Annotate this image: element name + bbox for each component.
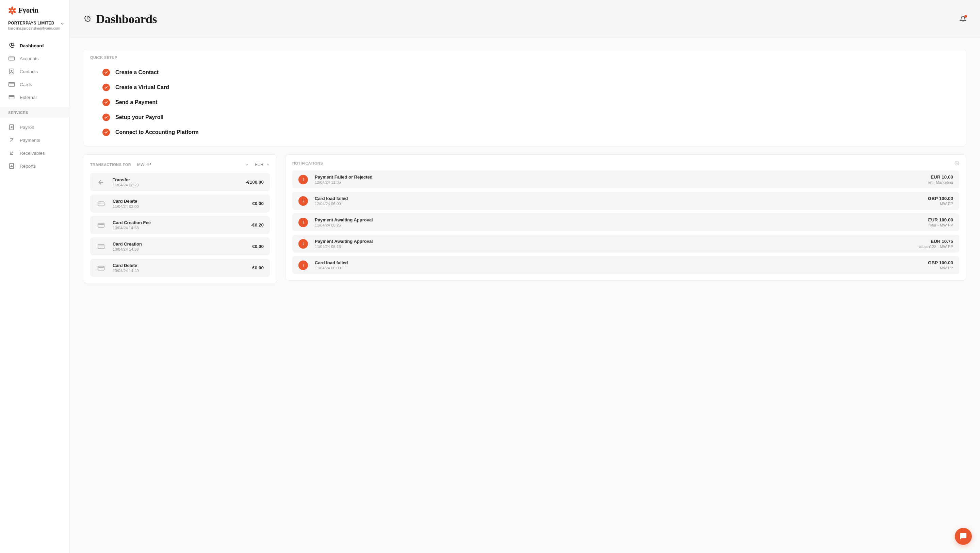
card-icon (96, 242, 106, 251)
notification-amount: EUR 10.75 (919, 239, 953, 244)
notification-timestamp: 12/04/24 11:35 (315, 180, 921, 184)
svg-rect-24 (98, 266, 104, 270)
notification-title: Payment Awaiting Approval (315, 239, 912, 244)
info-icon (298, 175, 308, 184)
sidebar-item-external[interactable]: External (0, 91, 69, 104)
notification-amount: GBP 100.00 (928, 196, 953, 201)
transactions-list: Transfer11/04/24 08:23-€100.00Card Delet… (90, 173, 270, 277)
notification-ref: refer - MW PP (928, 223, 953, 227)
notifications-list: Payment Failed or Rejected12/04/24 11:35… (292, 170, 959, 274)
notification-amount: GBP 100.00 (928, 260, 953, 265)
notification-title: Payment Failed or Rejected (315, 175, 921, 180)
sidebar-item-label: Contacts (20, 69, 38, 74)
sidebar-item-payroll[interactable]: Payroll (0, 121, 69, 133)
sidebar-item-label: External (20, 95, 37, 100)
notification-row[interactable]: Card load failed12/04/24 06:00GBP 100.00… (292, 192, 959, 210)
chevron-down-icon (245, 163, 249, 167)
sidebar-item-label: Receivables (20, 151, 45, 156)
notification-timestamp: 11/04/24 08:13 (315, 245, 912, 249)
chat-fab[interactable] (955, 528, 972, 545)
info-icon (298, 261, 308, 270)
check-circle-icon (102, 114, 110, 121)
transaction-row[interactable]: Card Delete10/04/24 14:40€0.00 (90, 259, 270, 277)
transactions-currency-select[interactable]: EUR (255, 161, 270, 168)
sidebar-item-dashboard[interactable]: Dashboard (0, 39, 69, 52)
page-title: Dashboards (96, 12, 157, 26)
quick-setup-item-label: Create a Contact (115, 69, 159, 76)
quick-setup-item[interactable]: Create a Contact (102, 65, 959, 80)
receive-icon (8, 149, 15, 156)
notification-row[interactable]: Payment Failed or Rejected12/04/24 11:35… (292, 170, 959, 188)
svg-rect-36 (303, 265, 304, 266)
notification-row[interactable]: Payment Awaiting Approval11/04/24 08:25E… (292, 213, 959, 231)
transactions-currency-value: EUR (255, 162, 263, 167)
notification-ref: attach123 - MW PP (919, 245, 953, 249)
sidebar: Fyorin PORTERPAYS LIMITED karolina.jaros… (0, 0, 69, 553)
logo-icon (8, 6, 16, 14)
transactions-account-value: MW PP (137, 162, 151, 167)
transaction-title: Card Creation Fee (113, 220, 244, 225)
notification-title: Card load failed (315, 196, 921, 201)
sidebar-item-label: Payments (20, 138, 40, 143)
nav-services: PayrollPaymentsReceivablesReports (0, 118, 69, 176)
sidebar-item-accounts[interactable]: Accounts (0, 52, 69, 65)
sidebar-item-reports[interactable]: Reports (0, 159, 69, 172)
quick-setup-item[interactable]: Send a Payment (102, 95, 959, 110)
transaction-row[interactable]: Card Delete11/04/24 02:00€0.00 (90, 194, 270, 213)
document-icon (8, 124, 15, 130)
svg-point-35 (303, 264, 304, 265)
quick-setup-item-label: Create a Virtual Card (115, 84, 169, 91)
info-icon (298, 218, 308, 227)
sidebar-item-label: Dashboard (20, 43, 44, 48)
quick-setup-item[interactable]: Create a Virtual Card (102, 80, 959, 95)
notification-title: Card load failed (315, 260, 921, 265)
check-circle-icon (102, 84, 110, 91)
transactions-label: TRANSACTIONS FOR (90, 162, 131, 167)
sidebar-item-payments[interactable]: Payments (0, 133, 69, 146)
notification-timestamp: 11/04/24 06:00 (315, 266, 921, 270)
arrow-left-icon (96, 178, 106, 187)
org-switcher[interactable]: PORTERPAYS LIMITED karolina.jarosinska@f… (0, 18, 69, 36)
notification-row[interactable]: Payment Awaiting Approval11/04/24 08:13E… (292, 235, 959, 253)
sidebar-item-receivables[interactable]: Receivables (0, 146, 69, 159)
transaction-row[interactable]: Card Creation Fee10/04/24 14:58-€0.20 (90, 216, 270, 234)
notification-dot-icon (964, 15, 967, 17)
address-book-icon (8, 68, 15, 75)
notification-timestamp: 11/04/24 08:25 (315, 223, 921, 227)
sidebar-item-label: Cards (20, 82, 32, 87)
notification-amount: EUR 100.00 (928, 217, 953, 222)
transaction-amount: €0.00 (252, 201, 264, 206)
svg-point-31 (303, 221, 304, 222)
pie-chart-icon (8, 42, 15, 49)
quick-setup-label: QUICK SETUP (90, 56, 959, 59)
quick-setup-item-label: Connect to Accounting Platform (115, 129, 199, 135)
quick-setup-item[interactable]: Connect to Accounting Platform (102, 125, 959, 140)
notification-timestamp: 12/04/24 06:00 (315, 202, 921, 206)
sidebar-item-contacts[interactable]: Contacts (0, 65, 69, 78)
logo[interactable]: Fyorin (8, 6, 61, 14)
notification-bell[interactable] (959, 16, 966, 22)
notification-row[interactable]: Card load failed11/04/24 06:00GBP 100.00… (292, 256, 959, 274)
chevron-down-icon (266, 163, 270, 167)
notifications-label: NOTIFICATIONS (292, 161, 323, 165)
notification-ref: MW PP (928, 266, 953, 270)
logo-area: Fyorin (0, 0, 69, 18)
org-name: PORTERPAYS LIMITED (8, 21, 60, 25)
transaction-row[interactable]: Card Creation10/04/24 14:58€0.00 (90, 237, 270, 256)
gear-icon[interactable] (955, 161, 959, 165)
check-circle-icon (102, 99, 110, 106)
transaction-row[interactable]: Transfer11/04/24 08:23-€100.00 (90, 173, 270, 191)
sidebar-item-cards[interactable]: Cards (0, 78, 69, 91)
transaction-amount: -€100.00 (246, 180, 264, 185)
transaction-timestamp: 10/04/24 14:58 (113, 247, 245, 251)
notification-ref: MW PP (928, 202, 953, 206)
send-icon (8, 137, 15, 143)
quick-setup-item[interactable]: Setup your Payroll (102, 110, 959, 125)
main-area: Dashboards QUICK SETUP Create a ContactC… (69, 0, 980, 553)
sidebar-item-label: Accounts (20, 56, 39, 61)
transactions-account-select[interactable]: MW PP (137, 161, 249, 168)
card-icon (96, 263, 106, 273)
quick-setup-list: Create a ContactCreate a Virtual CardSen… (90, 59, 959, 140)
nav-services-label: SERVICES (0, 107, 69, 118)
svg-rect-34 (303, 243, 304, 245)
